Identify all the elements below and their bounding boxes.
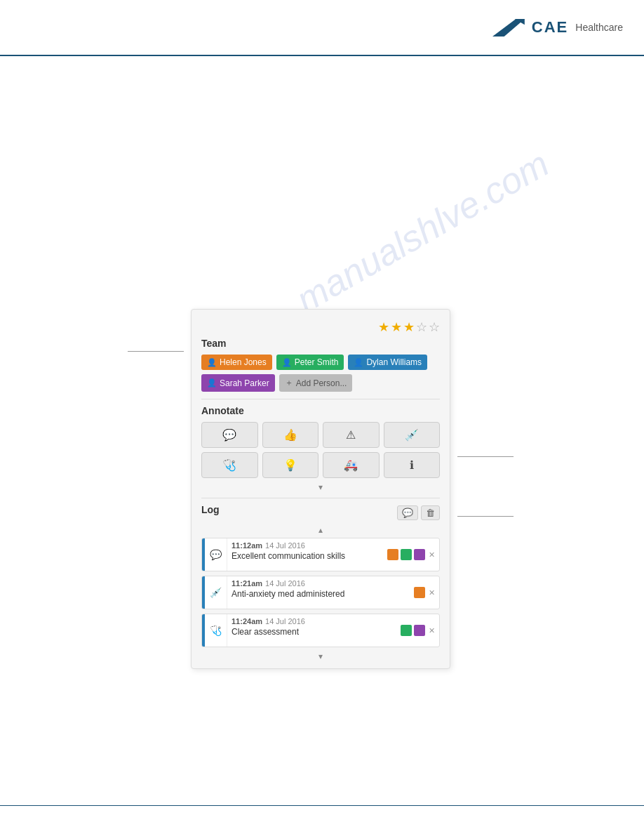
footer-line (0, 805, 644, 806)
cae-logo-icon (492, 15, 528, 40)
star-1[interactable]: ★ (378, 319, 389, 335)
log-entry-1-text: Excellent communication skills (232, 551, 380, 561)
log-actions: 💬 🗑 (397, 505, 440, 520)
log-entry-2-icon: 💉 (205, 576, 227, 609)
log-entry-2: 💉 11:21am 14 Jul 2016 Anti-anxiety med a… (201, 576, 440, 609)
team-member-helen-label: Helen Jones (220, 357, 267, 367)
star-2[interactable]: ★ (391, 319, 402, 335)
star-4[interactable]: ☆ (416, 319, 427, 335)
team-member-dylan[interactable]: 👤 Dylan Williams (348, 355, 427, 370)
log-entry-1-time: 11:12am (232, 541, 262, 550)
annotate-stethoscope-button[interactable]: 🩺 (201, 452, 258, 478)
star-5[interactable]: ☆ (429, 319, 440, 335)
tag-orange-2[interactable] (414, 587, 425, 598)
person-icon-peter: 👤 (282, 358, 292, 367)
team-member-sarah[interactable]: 👤 Sarah Parker (201, 374, 275, 392)
tag-green-1[interactable] (401, 549, 412, 560)
annotate-idea-button[interactable]: 💡 (262, 452, 319, 478)
log-entry-1-content: 11:12am 14 Jul 2016 Excellent communicat… (227, 538, 384, 571)
add-person-label: Add Person... (296, 378, 347, 388)
divider-1 (201, 399, 440, 399)
log-entry-3-tags: ✕ (398, 614, 439, 647)
log-entry-3-time: 11:24am (232, 617, 262, 626)
person-icon-helen: 👤 (207, 358, 217, 367)
annotate-grid: 💬 👍 ⚠ 💉 🩺 💡 🚑 ℹ (201, 422, 440, 478)
team-member-dylan-label: Dylan Williams (366, 357, 422, 367)
add-person-button[interactable]: ＋ Add Person... (279, 374, 353, 392)
log-entry-2-close[interactable]: ✕ (427, 588, 436, 597)
stars-row: ★ ★ ★ ☆ ☆ (201, 319, 440, 335)
annotate-warning-button[interactable]: ⚠ (323, 422, 380, 448)
log-section-title: Log (201, 504, 220, 515)
log-entry-3-date: 14 Jul 2016 (265, 617, 305, 626)
team-members: 👤 Helen Jones 👤 Peter Smith 👤 Dylan Will… (201, 355, 440, 392)
annotate-section-title: Annotate (201, 405, 440, 416)
watermark: manualshlve.com (289, 143, 556, 321)
team-member-sarah-label: Sarah Parker (220, 378, 269, 388)
log-entry-2-time: 11:21am (232, 579, 262, 588)
person-icon-dylan: 👤 (354, 358, 363, 367)
add-person-icon: ＋ (285, 377, 293, 389)
log-delete-button[interactable]: 🗑 (421, 505, 440, 520)
log-entry-1-meta: 11:12am 14 Jul 2016 (232, 541, 380, 550)
log-entry-3-content: 11:24am 14 Jul 2016 Clear assessment (227, 614, 398, 647)
log-entry-1-date: 14 Jul 2016 (265, 541, 305, 550)
log-entry-2-tags: ✕ (411, 576, 439, 609)
log-entry-1-close[interactable]: ✕ (427, 550, 436, 560)
log-entry-3-meta: 11:24am 14 Jul 2016 (232, 617, 394, 626)
logo-healthcare-text: Healthcare (575, 22, 623, 33)
log-entry-2-meta: 11:21am 14 Jul 2016 (232, 579, 407, 588)
team-section-title: Team (201, 338, 440, 349)
log-header: Log 💬 🗑 (201, 504, 440, 521)
log-entry-2-content: 11:21am 14 Jul 2016 Anti-anxiety med adm… (227, 576, 411, 609)
header: CAE Healthcare (0, 0, 644, 56)
log-scroll-down[interactable]: ▾ (201, 651, 440, 661)
divider-2 (201, 498, 440, 498)
tag-orange-1[interactable] (387, 549, 398, 560)
log-entry-3: 🩺 11:24am 14 Jul 2016 Clear assessment ✕ (201, 614, 440, 647)
callout-right-2 (457, 516, 514, 517)
log-entry-1-tags: ✕ (384, 538, 439, 571)
log-scroll-up[interactable]: ▴ (201, 525, 440, 535)
log-entry-3-close[interactable]: ✕ (427, 626, 436, 635)
logo-cae-text: CAE (532, 18, 568, 37)
tag-green-3[interactable] (401, 625, 412, 636)
team-member-helen[interactable]: 👤 Helen Jones (201, 355, 272, 370)
team-member-peter-label: Peter Smith (295, 357, 339, 367)
annotate-comment-button[interactable]: 💬 (201, 422, 258, 448)
log-entry-3-icon: 🩺 (205, 614, 227, 647)
log-entry-3-text: Clear assessment (232, 627, 394, 637)
main-panel: ★ ★ ★ ☆ ☆ Team 👤 Helen Jones 👤 Peter Smi… (191, 309, 450, 669)
log-entry-2-text: Anti-anxiety med administered (232, 589, 407, 599)
log-entry-2-date: 14 Jul 2016 (265, 579, 305, 588)
tag-purple-3[interactable] (414, 625, 425, 636)
annotate-thumbsup-button[interactable]: 👍 (262, 422, 319, 448)
callout-right-1 (457, 456, 514, 457)
annotate-expand-arrow[interactable]: ▾ (201, 482, 440, 492)
callout-left (128, 351, 184, 352)
star-3[interactable]: ★ (403, 319, 415, 335)
annotate-medical-button[interactable]: 🚑 (323, 452, 380, 478)
log-comment-button[interactable]: 💬 (397, 505, 418, 520)
annotate-syringe-button[interactable]: 💉 (384, 422, 441, 448)
log-entry-1: 💬 11:12am 14 Jul 2016 Excellent communic… (201, 538, 440, 571)
person-icon-sarah: 👤 (207, 378, 217, 388)
tag-purple-1[interactable] (414, 549, 425, 560)
log-entry-1-icon: 💬 (205, 538, 227, 571)
logo: CAE Healthcare (492, 15, 623, 40)
team-member-peter[interactable]: 👤 Peter Smith (276, 355, 344, 370)
panel-wrapper: ★ ★ ★ ☆ ☆ Team 👤 Helen Jones 👤 Peter Smi… (191, 309, 450, 669)
annotate-info-button[interactable]: ℹ (384, 452, 441, 478)
